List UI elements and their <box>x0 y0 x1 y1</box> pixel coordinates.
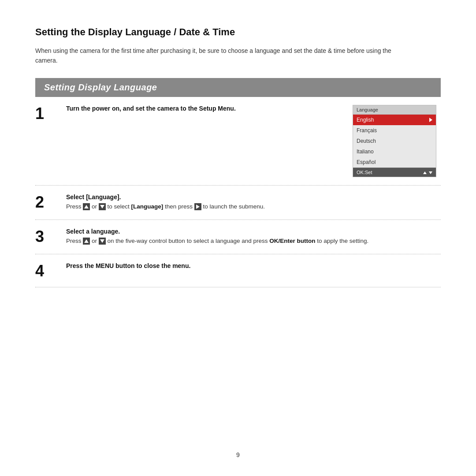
btn-down-icon-2 <box>99 238 106 245</box>
step-content-1: Turn the power on, and set the camera to… <box>62 105 344 114</box>
lang-menu-item-italiano: Italiano <box>353 146 436 157</box>
page-title: Setting the Display Language / Date & Ti… <box>35 26 441 38</box>
lang-menu-footer: OK:Set <box>353 167 436 177</box>
footer-down-icon <box>429 171 432 174</box>
step-content-3: Select a language. Press or on the five-… <box>62 228 441 246</box>
ok-enter-keyword: OK/Enter button <box>269 238 315 244</box>
step-row-4: 4 Press the MENU button to close the men… <box>35 254 441 287</box>
lang-menu-title: Language <box>353 105 436 115</box>
btn-up-icon-2 <box>83 238 90 245</box>
lang-label-francais: Français <box>357 127 377 134</box>
lang-menu-item-francais: Français <box>353 125 436 136</box>
step-number-1: 1 <box>35 105 62 122</box>
lang-keyword: [Language] <box>131 203 164 210</box>
lang-menu-image: Language English Français Deutsch Italia… <box>353 105 441 177</box>
intro-text: When using the camera for the first time… <box>35 46 405 66</box>
footer-up-icon <box>423 171 427 174</box>
step-number-4: 4 <box>35 262 62 279</box>
arrow-icon-english <box>429 118 432 122</box>
lang-label-deutsch: Deutsch <box>357 138 376 144</box>
section-header: Setting Display Language <box>35 78 441 97</box>
page-container: Setting the Display Language / Date & Ti… <box>0 0 476 476</box>
lang-label-italiano: Italiano <box>357 149 374 155</box>
btn-down-icon-1 <box>99 203 106 210</box>
lang-menu-ok-label: OK:Set <box>357 170 372 175</box>
step-row-2: 2 Select [Language]. Press or to select … <box>35 186 441 220</box>
step-content-4: Press the MENU button to close the menu. <box>62 262 441 271</box>
page-number: 9 <box>236 451 240 458</box>
lang-menu-arrows <box>423 170 432 175</box>
step-title-3: Select a language. <box>66 228 441 235</box>
lang-menu-item-deutsch: Deutsch <box>353 136 436 146</box>
step-number-2: 2 <box>35 193 62 210</box>
step-title-4: Press the MENU button to close the menu. <box>66 262 441 269</box>
step-row-3: 3 Select a language. Press or on the fiv… <box>35 220 441 254</box>
lang-menu-item-espanol: Español <box>353 157 436 167</box>
btn-right-icon-1 <box>194 203 201 210</box>
step-title-1: Turn the power on, and set the camera to… <box>66 105 344 112</box>
lang-menu-item-english: English <box>353 115 436 125</box>
step-body-3: Press or on the five-way control button … <box>66 237 441 246</box>
step-body-2: Press or to select [Language] then press… <box>66 202 441 212</box>
lang-label-english: English <box>357 117 374 123</box>
step-number-3: 3 <box>35 228 62 245</box>
lang-label-espanol: Español <box>357 159 376 165</box>
step-row-1: 1 Turn the power on, and set the camera … <box>35 97 441 186</box>
steps-container: 1 Turn the power on, and set the camera … <box>35 97 441 287</box>
step-title-2: Select [Language]. <box>66 193 441 201</box>
btn-up-icon-1 <box>83 203 90 210</box>
step-content-2: Select [Language]. Press or to select [L… <box>62 193 441 212</box>
lang-menu: Language English Français Deutsch Italia… <box>353 105 436 177</box>
